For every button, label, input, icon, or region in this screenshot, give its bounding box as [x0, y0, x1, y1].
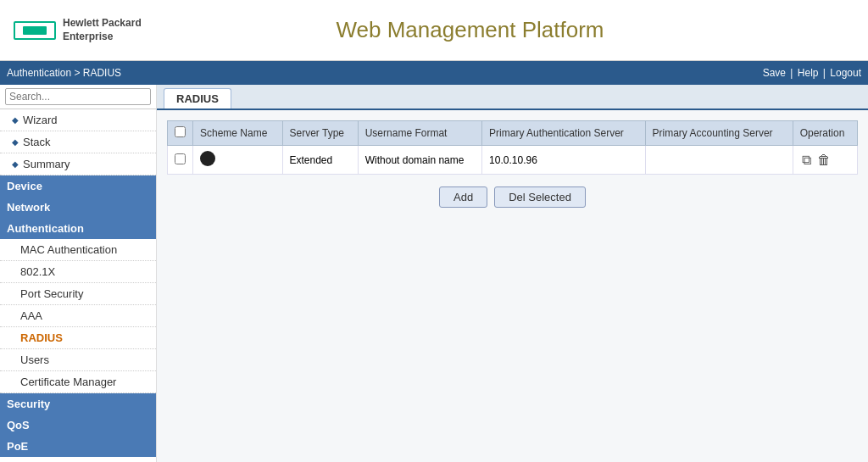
copy-icon[interactable]: ⧉	[802, 153, 811, 167]
radius-table: Scheme Name Server Type Username Format …	[167, 120, 858, 175]
sidebar-section-device[interactable]: Device	[0, 175, 156, 197]
breadcrumb-current: RADIUS	[83, 67, 121, 79]
sidebar-section-qos[interactable]: QoS	[0, 415, 156, 436]
row-checkbox-cell	[168, 146, 193, 175]
row-primary-auth-server: 10.0.10.96	[482, 146, 645, 175]
logout-link[interactable]: Logout	[830, 67, 861, 79]
sidebar-item-summary[interactable]: ◆ Summary	[0, 153, 156, 175]
nav-actions: Save | Help | Logout	[763, 67, 861, 79]
breadcrumb-separator: >	[74, 67, 82, 79]
sidebar-section-authentication[interactable]: Authentication	[0, 218, 156, 239]
delete-icon[interactable]: 🗑	[817, 153, 831, 167]
sidebar: ◆ Wizard ◆ Stack ◆ Summary Device Networ…	[0, 85, 157, 462]
col-primary-auth-server: Primary Authentication Server	[482, 121, 645, 146]
breadcrumb: Authentication > RADIUS	[7, 67, 121, 79]
select-all-checkbox[interactable]	[175, 126, 186, 137]
sidebar-item-wizard[interactable]: ◆ Wizard	[0, 109, 156, 131]
sidebar-section-security[interactable]: Security	[0, 393, 156, 415]
col-primary-accounting-server: Primary Accounting Server	[645, 121, 793, 146]
col-server-type: Server Type	[282, 121, 358, 146]
logo-area: Hewlett Packard Enterprise	[14, 17, 170, 43]
sidebar-search-input[interactable]	[5, 88, 151, 105]
row-checkbox[interactable]	[175, 153, 186, 164]
add-button[interactable]: Add	[439, 186, 487, 208]
help-link[interactable]: Help	[798, 67, 819, 79]
col-checkbox	[168, 121, 193, 146]
hpe-logo-icon	[14, 21, 56, 40]
row-username-format: Without domain name	[358, 146, 481, 175]
layout: ◆ Wizard ◆ Stack ◆ Summary Device Networ…	[0, 85, 868, 462]
breadcrumb-parent[interactable]: Authentication	[7, 67, 71, 79]
top-nav-bar: Authentication > RADIUS Save | Help | Lo…	[0, 61, 868, 85]
sidebar-item-cert-manager[interactable]: Certificate Manager	[0, 371, 156, 393]
tab-radius[interactable]: RADIUS	[164, 88, 231, 109]
col-operation: Operation	[793, 121, 857, 146]
company-name: Hewlett Packard Enterprise	[63, 17, 142, 43]
diamond-icon: ◆	[12, 159, 19, 169]
diamond-icon: ◆	[12, 137, 19, 147]
col-username-format: Username Format	[358, 121, 481, 146]
logo-inner-icon	[23, 26, 47, 35]
header: Hewlett Packard Enterprise Web Managemen…	[0, 0, 868, 61]
diamond-icon: ◆	[12, 115, 19, 125]
page-title: Web Management Platform	[170, 17, 770, 43]
sidebar-item-stack[interactable]: ◆ Stack	[0, 131, 156, 153]
content-area: Scheme Name Server Type Username Format …	[157, 110, 868, 462]
main-content: RADIUS Scheme Name Server Type Username …	[157, 85, 868, 462]
action-buttons: Add Del Selected	[167, 186, 858, 208]
save-link[interactable]: Save	[763, 67, 786, 79]
table-row: Extended Without domain name 10.0.10.96 …	[168, 146, 858, 175]
scheme-icon	[200, 151, 215, 166]
row-operation: ⧉ 🗑	[793, 146, 857, 175]
sidebar-section-network[interactable]: Network	[0, 197, 156, 218]
sidebar-item-radius[interactable]: RADIUS	[0, 327, 156, 349]
col-scheme-name: Scheme Name	[193, 121, 283, 146]
row-scheme-name	[193, 146, 283, 175]
sidebar-item-802-1x[interactable]: 802.1X	[0, 261, 156, 283]
sidebar-item-mac-auth[interactable]: MAC Authentication	[0, 239, 156, 261]
sidebar-section-poe[interactable]: PoE	[0, 436, 156, 457]
sidebar-item-port-security[interactable]: Port Security	[0, 283, 156, 305]
sidebar-item-aaa[interactable]: AAA	[0, 305, 156, 327]
del-selected-button[interactable]: Del Selected	[494, 186, 586, 208]
tab-bar: RADIUS	[157, 85, 868, 110]
row-server-type: Extended	[282, 146, 358, 175]
sidebar-search-area	[0, 85, 156, 109]
sidebar-item-users[interactable]: Users	[0, 349, 156, 371]
row-primary-accounting-server	[645, 146, 793, 175]
